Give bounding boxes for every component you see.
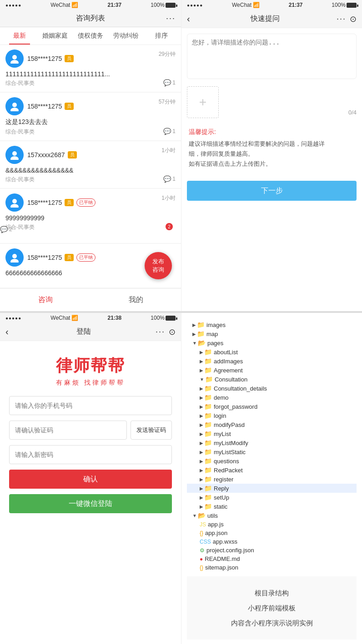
desc-line-3: 内容含小程序演示说明实例: [191, 615, 352, 630]
tree-item-setup[interactable]: ▶ 📁 setUp: [187, 493, 357, 502]
send-code-button[interactable]: 发送验证码: [131, 421, 172, 440]
folder-arrow: ▶: [200, 395, 203, 400]
tree-item-reply[interactable]: ▶ 📁 Reply: [187, 484, 357, 493]
consult-content: &&&&&&&&&&&&&&&&: [5, 167, 160, 174]
login-panel: ●●●●● WeChat 📶 21:38 100% ‹ 登陆 ··· ⊙ 律师帮…: [0, 313, 181, 644]
tree-item-images[interactable]: ▶ 📁 images: [187, 320, 357, 329]
tree-item-addimages[interactable]: ▶ 📁 addImages: [187, 357, 357, 366]
right-nav-bar: ‹ 快速提问 ··· ⊙: [181, 10, 362, 28]
tree-item-name: pages: [207, 340, 223, 347]
vip-tag: 员: [65, 254, 74, 261]
folder-icon: 📁: [204, 485, 212, 492]
tree-item-redpacket[interactable]: ▶ 📁 RedPacket: [187, 466, 357, 475]
back-button[interactable]: ‹: [187, 14, 190, 24]
category-label: 综合-民事类: [5, 128, 176, 136]
battery-icon: [166, 3, 176, 8]
folder-icon: 📁: [204, 348, 212, 356]
folder-icon: 📁: [197, 321, 205, 328]
folder-icon: 📁: [204, 476, 212, 483]
upload-button[interactable]: +: [187, 86, 219, 118]
question-textarea[interactable]: [187, 34, 357, 79]
tree-item-login[interactable]: ▶ 📁 login: [187, 411, 357, 420]
list-item[interactable]: 158****1275 员 已平纳 99999999999 综合-民事类 1小时…: [0, 189, 181, 243]
login-nav-dots[interactable]: ···: [156, 327, 165, 337]
file-icon-json2: {}: [200, 565, 203, 571]
password-input[interactable]: [9, 445, 172, 464]
folder-icon: 📁: [204, 357, 212, 365]
folder-icon: 📁: [204, 466, 212, 474]
tree-item-mylist[interactable]: ▶ 📁 myList: [187, 429, 357, 438]
next-button[interactable]: 下一步: [187, 181, 357, 201]
back-button[interactable]: ‹: [5, 327, 9, 337]
tree-item-static[interactable]: ▶ 📁 static: [187, 502, 357, 511]
phone-number: 158****1275: [27, 199, 62, 206]
tree-item-projectconfig[interactable]: ⚙ project.config.json: [187, 546, 357, 555]
folder-arrow: ▶: [200, 468, 203, 473]
vip-tag: 员: [65, 55, 74, 62]
tab-consult[interactable]: 咨询: [0, 289, 90, 311]
camera-icon[interactable]: ⊙: [169, 327, 176, 337]
list-item[interactable]: 158****1275 员 这是123去去去 综合-民事类 57分钟 💬 1: [0, 93, 181, 140]
battery-display: 100%: [151, 315, 176, 321]
folder-arrow: ▶: [200, 441, 203, 446]
nav-dots-menu[interactable]: ···: [337, 14, 346, 24]
code-input[interactable]: [9, 421, 127, 440]
reply-count: 💬 2 2: [0, 226, 170, 233]
folder-arrow: ▶: [200, 368, 203, 373]
wechat-login-button[interactable]: 一键微信登陆: [9, 494, 172, 513]
tree-item-consultation[interactable]: ▼ 📁 Consultation: [187, 375, 357, 384]
camera-icon[interactable]: ⊙: [350, 14, 357, 24]
tree-item-utils[interactable]: ▼ 📂 utils: [187, 511, 357, 520]
list-item[interactable]: 157xxxx2687 员 &&&&&&&&&&&&&&&& 综合-民事类 1小…: [0, 141, 181, 188]
tab-sort[interactable]: 排序: [144, 27, 179, 45]
reply-count: 💬 1: [163, 128, 176, 135]
tree-item-demo[interactable]: ▶ 📁 demo: [187, 393, 357, 402]
tab-marriage[interactable]: 婚姻家庭: [37, 27, 73, 45]
folder-arrow: ▶: [200, 359, 203, 364]
tree-item-appjson[interactable]: {} app.json: [187, 529, 357, 537]
login-status-bar: ●●●●● WeChat 📶 21:38 100%: [0, 313, 181, 323]
folder-icon: 📁: [197, 330, 205, 337]
avatar: [5, 248, 24, 267]
tab-mine[interactable]: 我的: [90, 289, 181, 311]
wechat-label: WeChat 📶: [232, 2, 260, 8]
title-dots-menu[interactable]: ···: [166, 14, 176, 23]
tree-item-modifypasd[interactable]: ▶ 📁 modifyPasd: [187, 420, 357, 429]
folder-icon: 📁: [204, 385, 212, 392]
tree-item-questions[interactable]: ▶ 📁 questions: [187, 456, 357, 466]
tree-item-name: app.json: [205, 530, 227, 536]
tab-labor[interactable]: 劳动纠纷: [108, 27, 144, 45]
tree-item-forgot-password[interactable]: ▶ 📁 forgot_password: [187, 402, 357, 411]
fab-label-line2: 咨询: [152, 266, 164, 274]
logo-main-text: 律师帮帮: [9, 355, 172, 377]
tree-item-register[interactable]: ▶ 📁 register: [187, 475, 357, 484]
svg-point-3: [10, 108, 19, 111]
folder-arrow: ▶: [200, 459, 203, 464]
phone-input[interactable]: [9, 396, 172, 415]
battery-icon: [347, 3, 357, 8]
tree-item-appjs[interactable]: JS app.js: [187, 520, 357, 529]
tree-item-aboutlist[interactable]: ▶ 📁 aboutList: [187, 347, 357, 357]
tree-item-name: map: [206, 331, 218, 337]
upload-count: 0/4: [348, 109, 357, 118]
folder-icon: 📁: [204, 448, 212, 456]
tree-item-map[interactable]: ▶ 📁 map: [187, 329, 357, 338]
tree-item-mylistmodify[interactable]: ▶ 📁 myListModify: [187, 438, 357, 447]
list-item[interactable]: 158****1275 员 11111111111111111111111111…: [0, 45, 181, 92]
fab-button[interactable]: 发布 咨询: [145, 252, 172, 279]
tip-box: 温馨提示: 建议详细描述事情经过和需要解决的问题，问题越详 细，律师回复质量越高…: [181, 124, 362, 173]
consult-content: 1111111111111111111111111111...: [5, 70, 160, 78]
confirm-button[interactable]: 确认: [9, 470, 172, 489]
right-status-bar: ●●●●● WeChat 📶 21:37 100%: [181, 0, 362, 10]
tree-item-agreement[interactable]: ▶ 📁 Agreement: [187, 366, 357, 375]
tree-item-myliststatic[interactable]: ▶ 📁 myListStatic: [187, 447, 357, 456]
tree-item-readme[interactable]: ● README.md: [187, 555, 357, 563]
tab-latest[interactable]: 最新: [2, 27, 37, 45]
phone-number: 157xxxx2687: [27, 151, 65, 159]
tab-debt[interactable]: 债权债务: [73, 27, 108, 45]
tree-item-pages[interactable]: ▼ 📂 pages: [187, 338, 357, 347]
bubble-icon: 💬: [163, 175, 171, 183]
tree-item-sitemap[interactable]: {} sitemap.json: [187, 563, 357, 572]
tree-item-consultation-details[interactable]: ▶ 📁 Consultation_details: [187, 384, 357, 393]
tree-item-appwxss[interactable]: CSS app.wxss: [187, 537, 357, 546]
